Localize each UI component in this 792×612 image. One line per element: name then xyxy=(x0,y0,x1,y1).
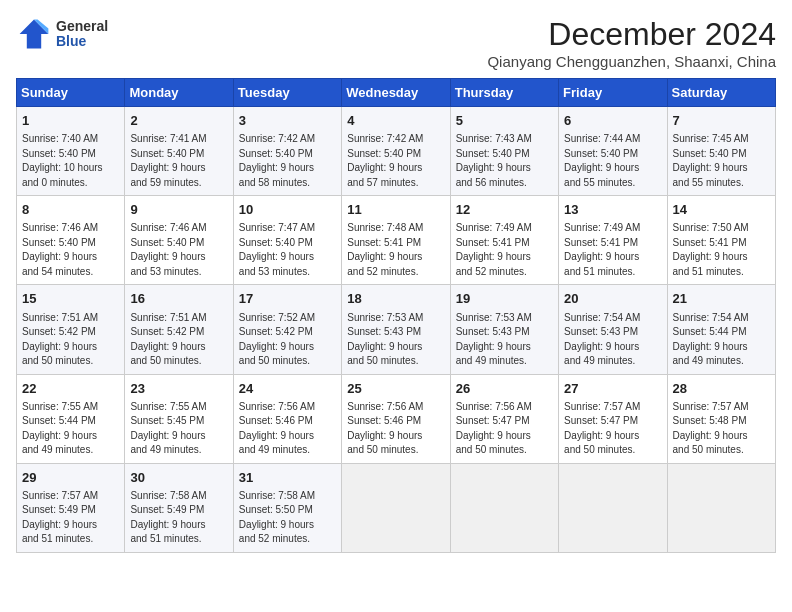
day-info: Sunrise: 7:49 AM Sunset: 5:41 PM Dayligh… xyxy=(564,221,661,279)
day-cell: 31Sunrise: 7:58 AM Sunset: 5:50 PM Dayli… xyxy=(233,463,341,552)
day-number: 22 xyxy=(22,380,119,398)
day-cell: 5Sunrise: 7:43 AM Sunset: 5:40 PM Daylig… xyxy=(450,107,558,196)
day-number: 16 xyxy=(130,290,227,308)
day-number: 19 xyxy=(456,290,553,308)
day-number: 7 xyxy=(673,112,770,130)
col-header-saturday: Saturday xyxy=(667,79,775,107)
day-cell: 29Sunrise: 7:57 AM Sunset: 5:49 PM Dayli… xyxy=(17,463,125,552)
day-cell: 6Sunrise: 7:44 AM Sunset: 5:40 PM Daylig… xyxy=(559,107,667,196)
day-number: 15 xyxy=(22,290,119,308)
day-number: 21 xyxy=(673,290,770,308)
week-row-5: 29Sunrise: 7:57 AM Sunset: 5:49 PM Dayli… xyxy=(17,463,776,552)
day-number: 31 xyxy=(239,469,336,487)
day-info: Sunrise: 7:55 AM Sunset: 5:45 PM Dayligh… xyxy=(130,400,227,458)
day-cell: 30Sunrise: 7:58 AM Sunset: 5:49 PM Dayli… xyxy=(125,463,233,552)
day-cell: 20Sunrise: 7:54 AM Sunset: 5:43 PM Dayli… xyxy=(559,285,667,374)
day-cell: 21Sunrise: 7:54 AM Sunset: 5:44 PM Dayli… xyxy=(667,285,775,374)
day-info: Sunrise: 7:48 AM Sunset: 5:41 PM Dayligh… xyxy=(347,221,444,279)
day-info: Sunrise: 7:56 AM Sunset: 5:46 PM Dayligh… xyxy=(239,400,336,458)
day-number: 8 xyxy=(22,201,119,219)
day-cell xyxy=(667,463,775,552)
day-number: 12 xyxy=(456,201,553,219)
day-cell: 4Sunrise: 7:42 AM Sunset: 5:40 PM Daylig… xyxy=(342,107,450,196)
logo: General Blue xyxy=(16,16,108,52)
day-cell: 15Sunrise: 7:51 AM Sunset: 5:42 PM Dayli… xyxy=(17,285,125,374)
day-cell: 17Sunrise: 7:52 AM Sunset: 5:42 PM Dayli… xyxy=(233,285,341,374)
day-info: Sunrise: 7:54 AM Sunset: 5:43 PM Dayligh… xyxy=(564,311,661,369)
day-info: Sunrise: 7:57 AM Sunset: 5:48 PM Dayligh… xyxy=(673,400,770,458)
day-number: 24 xyxy=(239,380,336,398)
day-info: Sunrise: 7:40 AM Sunset: 5:40 PM Dayligh… xyxy=(22,132,119,190)
logo-blue: Blue xyxy=(56,34,108,49)
day-number: 18 xyxy=(347,290,444,308)
day-number: 2 xyxy=(130,112,227,130)
day-number: 20 xyxy=(564,290,661,308)
col-header-sunday: Sunday xyxy=(17,79,125,107)
calendar-header-row: SundayMondayTuesdayWednesdayThursdayFrid… xyxy=(17,79,776,107)
day-cell xyxy=(450,463,558,552)
day-info: Sunrise: 7:46 AM Sunset: 5:40 PM Dayligh… xyxy=(22,221,119,279)
day-info: Sunrise: 7:42 AM Sunset: 5:40 PM Dayligh… xyxy=(347,132,444,190)
month-title: December 2024 xyxy=(487,16,776,53)
title-block: December 2024 Qianyang Chengguanzhen, Sh… xyxy=(487,16,776,70)
col-header-wednesday: Wednesday xyxy=(342,79,450,107)
day-info: Sunrise: 7:52 AM Sunset: 5:42 PM Dayligh… xyxy=(239,311,336,369)
col-header-friday: Friday xyxy=(559,79,667,107)
day-number: 3 xyxy=(239,112,336,130)
day-info: Sunrise: 7:58 AM Sunset: 5:50 PM Dayligh… xyxy=(239,489,336,547)
day-number: 29 xyxy=(22,469,119,487)
week-row-3: 15Sunrise: 7:51 AM Sunset: 5:42 PM Dayli… xyxy=(17,285,776,374)
day-info: Sunrise: 7:47 AM Sunset: 5:40 PM Dayligh… xyxy=(239,221,336,279)
day-info: Sunrise: 7:57 AM Sunset: 5:47 PM Dayligh… xyxy=(564,400,661,458)
day-info: Sunrise: 7:50 AM Sunset: 5:41 PM Dayligh… xyxy=(673,221,770,279)
day-number: 26 xyxy=(456,380,553,398)
col-header-monday: Monday xyxy=(125,79,233,107)
day-number: 4 xyxy=(347,112,444,130)
day-info: Sunrise: 7:46 AM Sunset: 5:40 PM Dayligh… xyxy=(130,221,227,279)
col-header-thursday: Thursday xyxy=(450,79,558,107)
week-row-2: 8Sunrise: 7:46 AM Sunset: 5:40 PM Daylig… xyxy=(17,196,776,285)
day-number: 5 xyxy=(456,112,553,130)
day-number: 27 xyxy=(564,380,661,398)
day-info: Sunrise: 7:45 AM Sunset: 5:40 PM Dayligh… xyxy=(673,132,770,190)
day-number: 6 xyxy=(564,112,661,130)
logo-general: General xyxy=(56,19,108,34)
day-cell: 9Sunrise: 7:46 AM Sunset: 5:40 PM Daylig… xyxy=(125,196,233,285)
day-info: Sunrise: 7:53 AM Sunset: 5:43 PM Dayligh… xyxy=(456,311,553,369)
day-info: Sunrise: 7:44 AM Sunset: 5:40 PM Dayligh… xyxy=(564,132,661,190)
day-info: Sunrise: 7:57 AM Sunset: 5:49 PM Dayligh… xyxy=(22,489,119,547)
day-number: 23 xyxy=(130,380,227,398)
day-number: 28 xyxy=(673,380,770,398)
week-row-1: 1Sunrise: 7:40 AM Sunset: 5:40 PM Daylig… xyxy=(17,107,776,196)
day-number: 10 xyxy=(239,201,336,219)
day-info: Sunrise: 7:43 AM Sunset: 5:40 PM Dayligh… xyxy=(456,132,553,190)
day-cell: 24Sunrise: 7:56 AM Sunset: 5:46 PM Dayli… xyxy=(233,374,341,463)
day-cell: 19Sunrise: 7:53 AM Sunset: 5:43 PM Dayli… xyxy=(450,285,558,374)
logo-icon xyxy=(16,16,52,52)
col-header-tuesday: Tuesday xyxy=(233,79,341,107)
day-info: Sunrise: 7:41 AM Sunset: 5:40 PM Dayligh… xyxy=(130,132,227,190)
logo-text: General Blue xyxy=(56,19,108,50)
day-cell: 22Sunrise: 7:55 AM Sunset: 5:44 PM Dayli… xyxy=(17,374,125,463)
day-cell: 28Sunrise: 7:57 AM Sunset: 5:48 PM Dayli… xyxy=(667,374,775,463)
day-number: 1 xyxy=(22,112,119,130)
day-cell: 3Sunrise: 7:42 AM Sunset: 5:40 PM Daylig… xyxy=(233,107,341,196)
day-number: 14 xyxy=(673,201,770,219)
day-cell: 11Sunrise: 7:48 AM Sunset: 5:41 PM Dayli… xyxy=(342,196,450,285)
day-cell: 25Sunrise: 7:56 AM Sunset: 5:46 PM Dayli… xyxy=(342,374,450,463)
day-cell: 2Sunrise: 7:41 AM Sunset: 5:40 PM Daylig… xyxy=(125,107,233,196)
svg-marker-0 xyxy=(20,20,49,49)
day-cell: 10Sunrise: 7:47 AM Sunset: 5:40 PM Dayli… xyxy=(233,196,341,285)
page-header: General Blue December 2024 Qianyang Chen… xyxy=(16,16,776,70)
day-info: Sunrise: 7:58 AM Sunset: 5:49 PM Dayligh… xyxy=(130,489,227,547)
day-info: Sunrise: 7:42 AM Sunset: 5:40 PM Dayligh… xyxy=(239,132,336,190)
day-cell: 26Sunrise: 7:56 AM Sunset: 5:47 PM Dayli… xyxy=(450,374,558,463)
day-cell: 14Sunrise: 7:50 AM Sunset: 5:41 PM Dayli… xyxy=(667,196,775,285)
day-info: Sunrise: 7:55 AM Sunset: 5:44 PM Dayligh… xyxy=(22,400,119,458)
day-info: Sunrise: 7:56 AM Sunset: 5:46 PM Dayligh… xyxy=(347,400,444,458)
day-number: 25 xyxy=(347,380,444,398)
day-number: 9 xyxy=(130,201,227,219)
day-number: 11 xyxy=(347,201,444,219)
day-cell xyxy=(342,463,450,552)
day-info: Sunrise: 7:51 AM Sunset: 5:42 PM Dayligh… xyxy=(22,311,119,369)
